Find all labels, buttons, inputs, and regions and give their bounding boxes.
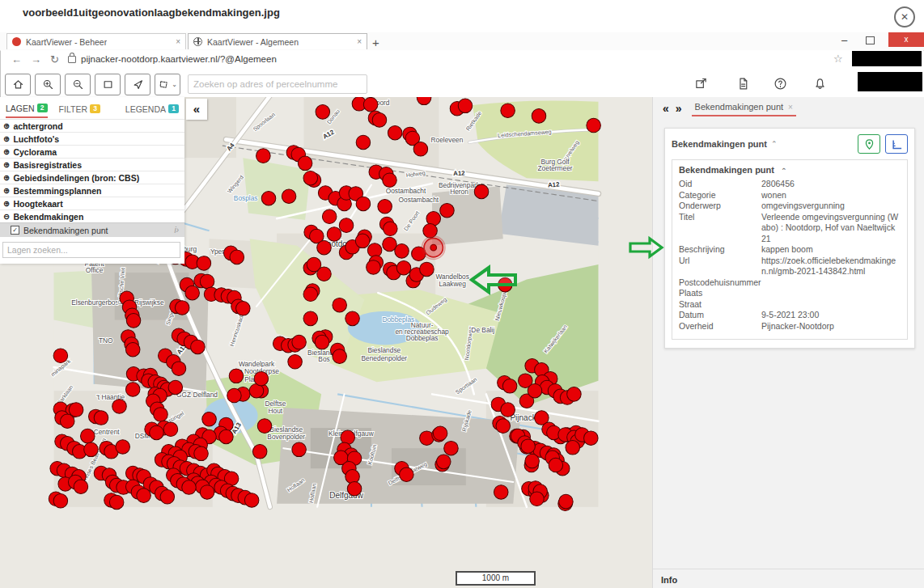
tab-legenda[interactable]: LEGENDA 1 [125, 99, 179, 117]
notifications-button[interactable] [813, 77, 828, 91]
back-icon[interactable]: ← [11, 53, 22, 66]
selected-point-marker[interactable] [430, 244, 437, 251]
announcement-dot[interactable] [182, 480, 197, 495]
expand-plus-icon[interactable]: ⊕ [3, 186, 10, 195]
pdf-button[interactable] [736, 77, 751, 91]
announcement-dot[interactable] [219, 429, 234, 444]
announcement-dot[interactable] [81, 429, 95, 443]
left-panel-collapse-icon[interactable]: « [186, 99, 207, 120]
layer-info-icon[interactable]: i› [174, 226, 179, 235]
collapse-minus-icon[interactable]: ⊖ [3, 212, 10, 221]
announcement-dot[interactable] [288, 355, 303, 370]
announcement-dot[interactable] [521, 439, 536, 454]
announcement-dot[interactable] [400, 467, 414, 482]
announcement-dot[interactable] [474, 184, 489, 199]
announcement-dot[interactable] [197, 256, 211, 271]
announcement-dot[interactable] [339, 218, 354, 233]
announcement-dot[interactable] [378, 199, 392, 214]
tab-close-icon[interactable]: × [357, 37, 362, 46]
sublayer-bekendmakingen-punt[interactable]: ✓ Bekendmakingen punt i› [0, 222, 184, 237]
expand-plus-icon[interactable]: ⊕ [3, 147, 10, 156]
tool-zoom-in-button[interactable] [35, 74, 61, 95]
announcement-dot[interactable] [256, 149, 271, 163]
window-minimize-button[interactable]: – [841, 34, 847, 46]
announcement-dot[interactable] [137, 489, 151, 503]
announcement-dot[interactable] [261, 191, 276, 205]
announcement-dot[interactable] [317, 267, 332, 281]
announcement-dot[interactable] [372, 113, 387, 128]
panel-expand-icon[interactable]: » [672, 102, 685, 115]
layer-item[interactable]: ⊕achtergrond [0, 119, 184, 132]
checkbox-checked-icon[interactable]: ✓ [11, 226, 19, 235]
announcement-dot[interactable] [317, 240, 332, 255]
announcement-dot[interactable] [420, 262, 434, 277]
announcement-dot[interactable] [292, 442, 307, 457]
expand-plus-icon[interactable]: ⊕ [3, 173, 10, 182]
browser-tab-beheer[interactable]: KaartViewer - Beheer × [6, 33, 186, 49]
tool-home-button[interactable] [5, 74, 31, 95]
announcement-dot[interactable] [437, 455, 451, 469]
layer-search-input[interactable] [2, 242, 180, 258]
reload-icon[interactable]: ↻ [50, 53, 59, 66]
announcement-dot[interactable] [496, 419, 511, 434]
announcement-dot[interactable] [125, 383, 140, 397]
tool-zoom-out-button[interactable] [65, 74, 91, 95]
share-button[interactable] [694, 77, 709, 91]
announcement-dot[interactable] [202, 412, 217, 426]
announcement-dot[interactable] [257, 419, 272, 434]
announcement-dot[interactable] [525, 454, 540, 468]
announcement-dot[interactable] [175, 301, 189, 315]
announcement-dot[interactable] [396, 260, 411, 275]
panel-collapse-icon[interactable]: « [659, 102, 672, 115]
announcement-dot[interactable] [53, 494, 68, 509]
announcement-dot[interactable] [345, 311, 360, 326]
detail-tab[interactable]: Bekendmakingen punt × [692, 100, 796, 116]
announcement-dot[interactable] [549, 458, 563, 472]
announcement-dot[interactable] [60, 414, 74, 429]
announcement-dot[interactable] [229, 369, 244, 383]
announcement-dot[interactable] [69, 403, 83, 417]
layer-item[interactable]: ⊕Cyclorama [0, 145, 184, 158]
announcement-dot[interactable] [191, 340, 206, 354]
announcement-dot[interactable] [84, 442, 99, 457]
announcement-dot[interactable] [532, 109, 546, 124]
tab-lagen[interactable]: LAGEN 2 [6, 99, 48, 118]
announcement-dot[interactable] [363, 97, 378, 112]
announcement-dot[interactable] [413, 142, 428, 157]
announcement-dot[interactable] [383, 173, 397, 188]
announcement-dot[interactable] [530, 492, 545, 506]
tool-extent-button[interactable] [95, 74, 121, 95]
layer-item[interactable]: ⊕Basisregistraties [0, 158, 184, 171]
announcement-dot[interactable] [327, 227, 341, 242]
announcement-dot[interactable] [230, 250, 244, 264]
announcement-dot[interactable] [94, 411, 108, 425]
announcement-dot[interactable] [395, 244, 409, 259]
announcement-dot[interactable] [322, 209, 337, 224]
announcement-dot[interactable] [458, 99, 473, 113]
tab-close-icon[interactable]: × [176, 37, 180, 46]
announcement-dot[interactable] [292, 335, 307, 349]
zoom-to-point-button[interactable] [858, 134, 880, 154]
announcement-dot[interactable] [333, 298, 347, 312]
layer-item[interactable]: ⊕Bestemmingsplannen [0, 184, 184, 197]
announcement-dot[interactable] [252, 445, 267, 459]
tab-filter[interactable]: FILTER 3 [59, 99, 100, 117]
announcement-dot[interactable] [154, 408, 168, 422]
announcement-dot[interactable] [347, 481, 362, 496]
bookmark-star-icon[interactable]: ☆ [833, 53, 843, 65]
window-restore-button[interactable] [866, 36, 875, 44]
layer-item[interactable]: ⊕Gebiedsindelingen (bron: CBS) [0, 171, 184, 184]
help-button[interactable] [774, 77, 788, 91]
announcement-dot[interactable] [501, 104, 515, 118]
url-text[interactable]: pijnacker-nootdorp.kaartviewer.nl/?@Alge… [81, 54, 277, 64]
layer-item[interactable]: ⊕Luchtfoto's [0, 132, 184, 145]
info-section[interactable]: Info [653, 569, 924, 586]
announcement-dot[interactable] [168, 380, 183, 395]
announcement-dot[interactable] [150, 425, 164, 440]
announcement-dot[interactable] [333, 349, 347, 364]
announcement-dot[interactable] [254, 371, 269, 386]
tool-select-shape-button[interactable]: ⌄ [155, 74, 180, 95]
announcement-dot[interactable] [227, 388, 242, 403]
announcement-dot[interactable] [316, 105, 330, 120]
announcement-dot[interactable] [388, 125, 402, 140]
